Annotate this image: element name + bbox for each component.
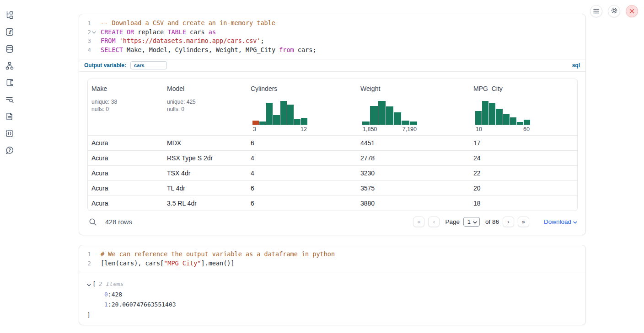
close-bracket: ]: [87, 310, 578, 320]
histogram-bar[interactable]: [301, 118, 307, 125]
output-variable-input[interactable]: [130, 61, 167, 69]
help-button[interactable]: ?: [5, 146, 14, 155]
histogram-bar[interactable]: [496, 109, 502, 125]
code-token: # We can reference the output variable a…: [101, 250, 335, 258]
histogram-bar[interactable]: [510, 117, 516, 125]
table-cell: TL 4dr: [163, 185, 247, 192]
table-cell: 6: [247, 139, 357, 147]
table-body: AcuraMDX6445117AcuraRSX Type S 2dr427782…: [88, 135, 577, 211]
documentation-icon: [5, 115, 14, 122]
first-page-button[interactable]: «: [413, 217, 424, 227]
snippets-icon: [5, 132, 14, 139]
histogram-bar[interactable]: [394, 112, 401, 125]
code-line: 1# We can reference the output variable …: [79, 250, 585, 259]
menu-button[interactable]: [590, 5, 602, 17]
settings-button[interactable]: [608, 5, 620, 17]
code-line: 1-- Download a CSV and create an in-memo…: [79, 19, 585, 28]
page-select[interactable]: 1: [463, 217, 480, 227]
language-badge: sql: [572, 62, 580, 69]
entry-value: 428: [112, 290, 122, 300]
database-icon: [5, 47, 14, 55]
table-row[interactable]: AcuraTL 4dr6357520: [88, 180, 577, 196]
table-cell: 3575: [357, 185, 470, 192]
download-button[interactable]: Download: [544, 218, 577, 225]
column-histogram: 1,8507,190: [362, 101, 417, 132]
scratchpad-icon: [5, 81, 14, 89]
histogram-axis: 1060: [475, 125, 530, 132]
column-header-weight[interactable]: Weight1,8507,190: [357, 79, 470, 135]
code-token: CREATE: [101, 28, 123, 36]
sql-cell: 1-- Download a CSV and create an in-memo…: [79, 14, 586, 235]
code-token: OR: [127, 28, 134, 36]
chevron-down-icon[interactable]: [87, 280, 91, 290]
dependency-graph-button[interactable]: [5, 61, 14, 70]
documentation-button[interactable]: [5, 112, 14, 121]
table-row[interactable]: AcuraRSX Type S 2dr4277824: [88, 150, 577, 165]
histogram-bar[interactable]: [259, 122, 266, 125]
table-row[interactable]: AcuraTSX 4dr4323022: [88, 165, 577, 180]
code-token: from: [279, 46, 294, 53]
table-output-section: Makeunique: 38nulls: 0Modelunique: 425nu…: [79, 71, 585, 237]
database-button[interactable]: [5, 44, 14, 53]
histogram-bar[interactable]: [410, 122, 417, 125]
histogram-bar[interactable]: [252, 121, 259, 125]
histogram-bar[interactable]: [370, 106, 377, 125]
entry-separator: :: [108, 290, 112, 300]
prev-page-button[interactable]: ‹: [428, 217, 440, 227]
histogram-bar[interactable]: [287, 105, 294, 125]
histogram-bar[interactable]: [503, 114, 510, 125]
histogram-bar[interactable]: [489, 103, 495, 125]
sql-code-editor[interactable]: 1-- Download a CSV and create an in-memo…: [79, 14, 585, 59]
table-row[interactable]: AcuraMDX6445117: [88, 135, 577, 150]
table-cell: RSX Type S 2dr: [163, 154, 247, 162]
code-line: 4SELECT Make, Model, Cylinders, Weight, …: [79, 46, 585, 55]
histogram-bar[interactable]: [517, 122, 523, 125]
fold-chevron-icon[interactable]: [91, 28, 97, 37]
histogram-bar[interactable]: [280, 101, 287, 125]
scratchpad-button[interactable]: [5, 78, 14, 87]
column-header-mpg_city[interactable]: MPG_City1060: [470, 79, 577, 135]
snippets-button[interactable]: [5, 129, 14, 138]
tree-entry: 1: 20.060747663551403: [104, 300, 578, 310]
column-name: Make: [91, 85, 163, 92]
topbar: [590, 5, 638, 17]
python-code-editor[interactable]: 1# We can reference the output variable …: [79, 245, 585, 272]
table-header-row: Makeunique: 38nulls: 0Modelunique: 425nu…: [88, 79, 577, 135]
last-page-button[interactable]: »: [518, 217, 529, 227]
table-cell: 22: [470, 169, 577, 177]
histogram-bar[interactable]: [386, 106, 393, 125]
histogram-bar[interactable]: [273, 115, 279, 125]
code-token: [116, 37, 119, 44]
logs-search-button[interactable]: [5, 95, 14, 104]
axis-min-label: 1,850: [363, 126, 377, 132]
column-histogram: 312: [252, 101, 307, 132]
next-page-button[interactable]: ›: [503, 217, 514, 227]
histogram-bar[interactable]: [482, 101, 488, 125]
column-header-model[interactable]: Modelunique: 425nulls: 0: [163, 79, 247, 135]
shutdown-button[interactable]: [626, 5, 638, 17]
code-token: FROM: [101, 37, 116, 44]
table-cell: 3230: [357, 169, 470, 177]
file-tree-button[interactable]: [5, 11, 14, 20]
histogram-bar[interactable]: [294, 119, 301, 125]
table-cell: 6: [247, 185, 357, 192]
histogram-bar[interactable]: [266, 103, 273, 125]
page-label: Page: [445, 218, 460, 225]
code-token: cars: [186, 28, 209, 36]
histogram-bar[interactable]: [475, 111, 482, 125]
functions-button[interactable]: f: [5, 27, 14, 37]
table-row[interactable]: Acura3.5 RL 4dr6388018: [88, 196, 577, 211]
column-header-make[interactable]: Makeunique: 38nulls: 0: [88, 79, 163, 135]
search-icon[interactable]: [89, 218, 97, 226]
chevron-down-icon: [573, 218, 577, 225]
python-output-tree: [2 Items0: 4281: 20.060747663551403]: [79, 272, 585, 320]
code-line: 2CREATE OR replace TABLE cars as: [79, 28, 585, 37]
first-page-icon: «: [417, 218, 421, 225]
histogram-bar[interactable]: [402, 121, 409, 125]
dependency-graph-icon: [5, 64, 14, 72]
page-select-value: 1: [467, 219, 471, 225]
column-header-cylinders[interactable]: Cylinders312: [247, 79, 357, 135]
histogram-bar[interactable]: [378, 101, 386, 125]
histogram-bar[interactable]: [524, 120, 530, 125]
histogram-bar[interactable]: [362, 122, 370, 125]
